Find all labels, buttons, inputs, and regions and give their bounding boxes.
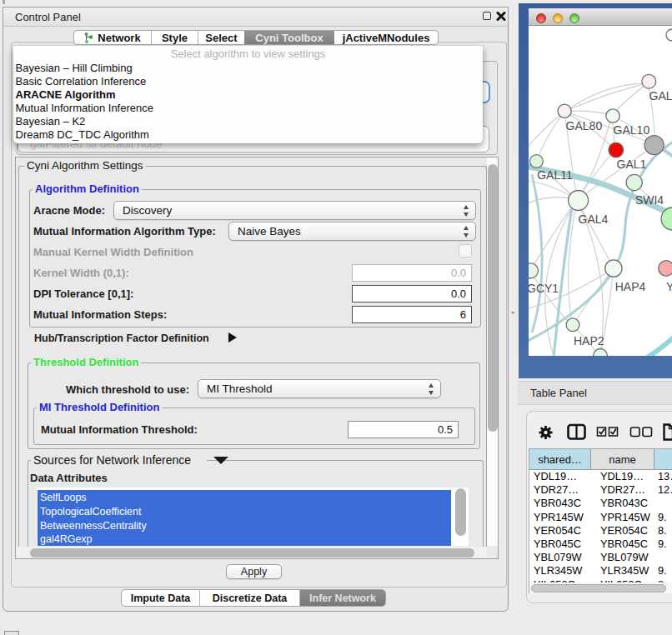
svg-text:GAL1: GAL1 — [617, 158, 647, 171]
svg-text:HAP4: HAP4 — [615, 280, 646, 293]
svg-text:GAL10: GAL10 — [614, 123, 650, 137]
svg-text:GAL4: GAL4 — [579, 212, 609, 226]
svg-text:GAL80: GAL80 — [566, 119, 603, 132]
svg-text:GAL11: GAL11 — [537, 168, 573, 182]
svg-text:HAP2: HAP2 — [574, 334, 604, 348]
svg-text:SWI4: SWI4 — [635, 193, 664, 207]
svg-text:Y: Y — [666, 280, 672, 293]
svg-text:GAL7: GAL7 — [649, 89, 672, 102]
svg-text:GCY1: GCY1 — [529, 282, 559, 295]
